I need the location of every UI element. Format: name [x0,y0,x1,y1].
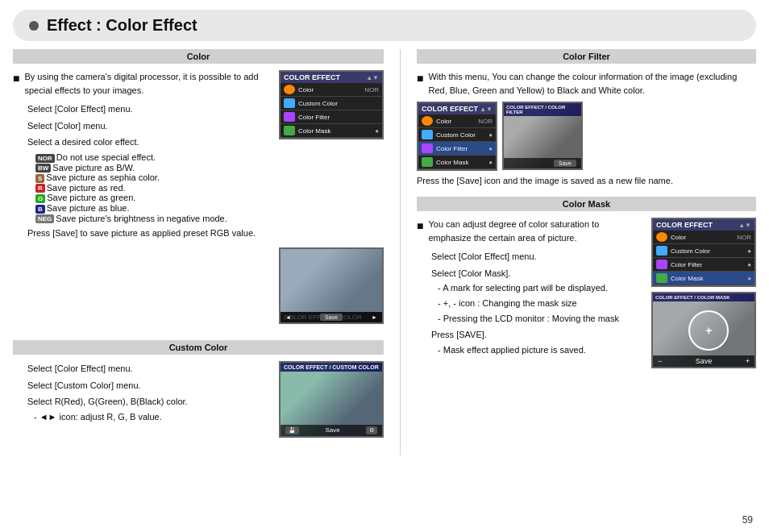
cf-color-icon [422,116,433,126]
camera-row-mask: Color Mask ● [281,124,382,138]
mask-plus-icon: + [705,324,712,337]
cf-custom-icon [422,130,433,139]
mask-plus-btn[interactable]: + [746,357,750,365]
custom-color-section: Custom Color COLOR EFFECT / CUSTOM COLOR… [13,340,384,444]
cm-row-custom: Custom Color ● [653,244,754,258]
color-mask-ui-container: COLOR EFFECT ▲▼ Color NOR Custom Color ● [651,218,756,368]
page-number: 59 [742,514,753,526]
color-photo-mockup: COLOR EFFECT / COLOR ◄ Save ► [279,247,384,324]
cm-color-icon [656,232,667,242]
color-filter-ui1: COLOR EFFECT ▲▼ Color NOR Custom Color ● [417,102,497,171]
cf-row-filter: Color Filter ● [418,142,496,156]
color-section-header: Color [13,49,384,64]
cf-filter-icon [422,143,433,153]
color-filter-press-info: Press the [Save] icon and the image is s… [417,176,756,185]
color-filter-intro: ■ With this menu, You can change the col… [417,70,756,97]
camera-row-filter: Color Filter [281,110,382,124]
main-content: Color COLOR EFFECT ▲▼ Color NOR Custom C… [0,49,769,455]
custom-color-photo: COLOR EFFECT / CUSTOM COLOR 💾 Save ⚙ [279,361,384,438]
mask-row-icon [284,126,295,135]
cm-ui1-header: COLOR EFFECT ▲▼ [653,219,754,231]
color-filter-uis: COLOR EFFECT ▲▼ Color NOR Custom Color ● [417,102,756,171]
cm-row-filter: Color Filter ● [653,258,754,272]
page-title: Effect : Color Effect [47,16,197,35]
cm-row-mask: Color Mask ● [653,272,754,285]
color-filter-photo: COLOR EFFECT / COLOR FILTER Save [502,102,583,170]
color-mask-section: Color Mask COLOR EFFECT ▲▼ Color NOR [417,197,756,373]
custom-photo-bottom: 💾 Save ⚙ [281,425,382,436]
custom-photo-header: COLOR EFFECT / CUSTOM COLOR [281,363,382,372]
color-filter-header: Color Filter [417,49,756,64]
custom-row-icon [284,98,295,108]
cm-filter-icon [656,260,667,269]
color-row-icon [284,85,295,94]
badge-neg: NEGSave picture's brightness in negative… [35,214,384,224]
cm-custom-icon [656,246,667,256]
mask-save-btn[interactable]: Save [696,357,713,365]
header-bullet-icon [29,21,39,31]
mask-minus-btn[interactable]: − [658,357,662,365]
camera-row-color: Color NOR [281,83,382,97]
cf-ui1-header: COLOR EFFECT ▲▼ [418,103,496,114]
left-column: Color COLOR EFFECT ▲▼ Color NOR Custom C… [13,49,400,455]
photo-save-btn: Save [320,314,343,321]
cm-row-color: Color NOR [653,231,754,244]
color-mask-header: Color Mask [417,197,756,211]
color-effect-ui: COLOR EFFECT ▲▼ Color NOR Custom Color C… [279,70,384,139]
color-filter-section: Color Filter ■ With this menu, You can c… [417,49,756,185]
cf-photo-bottom: Save [504,158,581,168]
badge-green: GSave picture as green. [35,193,384,203]
photo-bottom-bar: ◄ Save ► [281,312,382,322]
color-step-4: Press [Save] to save picture as applied … [27,226,384,241]
mask-photo-header: COLOR EFFECT / COLOR MASK [653,293,754,301]
cf-photo-header: COLOR EFFECT / COLOR FILTER [504,103,581,116]
cf-row-mask: Color Mask ● [418,156,496,169]
mask-toolbar: − Save + [653,355,754,367]
color-section: Color COLOR EFFECT ▲▼ Color NOR Custom C… [13,49,384,329]
color-steps-cont: Press [Save] to save picture as applied … [13,226,384,241]
badge-blue: BSave picture as blue. [35,203,384,214]
cm-mask-icon [656,273,667,283]
color-mask-ui1: COLOR EFFECT ▲▼ Color NOR Custom Color ● [651,218,756,287]
color-mask-intro: ■ You can adjust degree of color saturat… [417,218,643,244]
badge-sepia: SSave picture as sephia color. [35,172,384,183]
badge-bw: BWSave picture as B/W. [35,163,384,173]
badge-nor: NORDo not use special effect. [35,152,384,163]
camera-ui-header: COLOR EFFECT ▲▼ [281,72,382,83]
filter-row-icon [284,112,295,122]
color-mask-photo: COLOR EFFECT / COLOR MASK + − Save + [651,292,756,368]
color-intro: ■ By using the camera's digital processo… [13,70,271,97]
right-column: Color Filter ■ With this menu, You can c… [400,49,756,455]
badge-red: RSave picture as red. [35,183,384,193]
badge-items: NORDo not use special effect. BWSave pic… [13,152,384,223]
cf-row-custom: Custom Color ● [418,128,496,142]
cf-row-color: Color NOR [418,114,496,128]
custom-color-section-header: Custom Color [13,340,384,355]
cf-mask-icon [422,157,433,167]
page-header: Effect : Color Effect [13,10,756,41]
camera-row-custom: Custom Color [281,97,382,110]
